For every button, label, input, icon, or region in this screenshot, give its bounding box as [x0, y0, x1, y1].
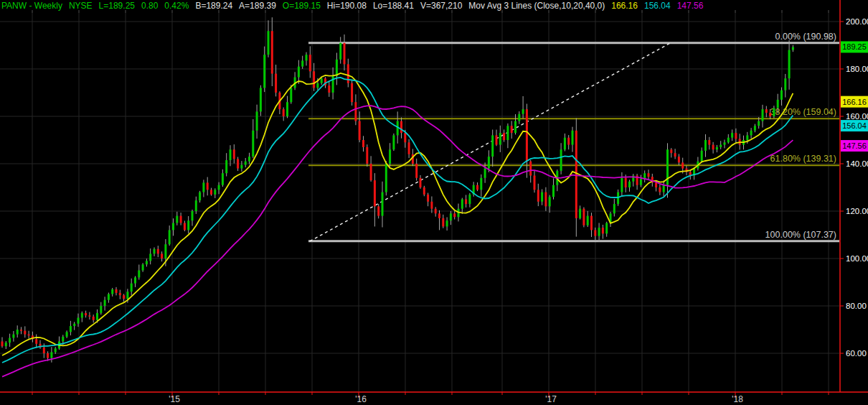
ma10-value: 166.16: [611, 1, 638, 11]
candle-body: [579, 209, 581, 218]
candle-body: [552, 185, 555, 197]
candle-body: [575, 131, 577, 218]
candle-body: [225, 160, 227, 173]
candle-body: [385, 164, 387, 192]
candle-body: [758, 121, 760, 126]
fib-level-label: 100.00% (107.37): [765, 230, 836, 240]
candle-body: [237, 159, 239, 168]
candle-body: [773, 108, 775, 116]
candle-body: [271, 31, 273, 73]
candle-body: [161, 253, 163, 259]
candle-body: [605, 223, 608, 234]
candle-body: [176, 216, 178, 223]
candle-body: [359, 121, 361, 140]
candle-body: [541, 192, 543, 202]
candle-body: [716, 147, 718, 149]
candle-body: [594, 230, 596, 236]
candle-body: [701, 151, 703, 162]
candle-body: [309, 55, 311, 71]
candle-body: [344, 43, 346, 65]
candle-body: [370, 164, 372, 180]
candle-body: [199, 192, 201, 201]
candle-body: [298, 67, 300, 78]
candle-body: [142, 264, 144, 270]
year-label: '18: [732, 394, 743, 404]
candle-body: [769, 113, 771, 116]
candle-body: [567, 138, 570, 145]
candle-body: [131, 284, 133, 292]
candle-body: [81, 313, 83, 318]
candle-body: [108, 294, 110, 300]
price-tag-value: 156.04: [842, 121, 867, 130]
candle-body: [263, 55, 265, 88]
candle-body: [496, 135, 498, 144]
candle-body: [28, 335, 30, 336]
candle-body: [731, 133, 733, 138]
price-tag-value: 189.25: [842, 42, 867, 51]
candle-body: [503, 133, 505, 140]
candle-body: [674, 153, 676, 157]
candle-body: [435, 209, 437, 214]
fib-level-label: 61.80% (139.31): [770, 154, 836, 164]
candle-body: [195, 200, 197, 211]
candle-body: [423, 187, 425, 195]
candle-body: [77, 318, 80, 324]
candle-body: [659, 187, 661, 192]
candle-body: [154, 249, 156, 254]
candle-body: [788, 50, 791, 79]
candle-body: [484, 169, 486, 178]
candle-body: [96, 313, 98, 320]
candle-body: [9, 338, 11, 343]
candle-body: [613, 204, 615, 213]
candle-body: [202, 182, 204, 192]
candle-body: [537, 190, 539, 202]
candle-body: [157, 249, 159, 254]
year-label: '16: [355, 394, 367, 404]
candle-body: [430, 202, 433, 209]
fib-retracement[interactable]: 0.00% (190.98)38.20% (159.04)61.80% (139…: [308, 32, 839, 241]
candle-body: [207, 182, 209, 190]
gridlines: [0, 10, 839, 392]
year-label: '15: [169, 394, 180, 404]
bid-price: B=189.24: [195, 1, 232, 11]
candle-body: [290, 88, 292, 102]
candle-body: [214, 190, 216, 195]
candle-body: [1, 342, 4, 347]
candle-body: [20, 330, 22, 331]
candle-body: [724, 142, 726, 144]
candle-body: [24, 331, 26, 335]
candle-body: [506, 126, 509, 140]
candle-body: [712, 145, 714, 150]
candle-body: [765, 109, 768, 113]
candle-body: [252, 131, 254, 157]
candle-body: [628, 182, 631, 187]
price-tag-value: 166.16: [842, 98, 867, 106]
candle-body: [587, 216, 589, 225]
candle-body: [50, 352, 52, 358]
candle-body: [735, 133, 737, 139]
candle-body: [66, 332, 68, 337]
candle-body: [598, 228, 600, 236]
candle-body: [321, 78, 323, 83]
ask-price: A=189.39: [239, 1, 276, 11]
candle-body: [16, 330, 19, 335]
candle-body: [88, 315, 90, 317]
year-label: '17: [545, 394, 557, 404]
candle-body: [283, 109, 285, 116]
candle-body: [210, 190, 212, 195]
candle-body: [12, 335, 14, 338]
candle-body: [488, 157, 490, 169]
price-chart-canvas[interactable]: 0.00% (190.98)38.20% (159.04)61.80% (139…: [0, 0, 868, 405]
candle-body: [511, 126, 513, 133]
fib-level-label: 38.20% (159.04): [770, 107, 836, 117]
candle-body: [268, 31, 270, 55]
axes: '15'16'17'18200.00180.00160.00140.00120.…: [0, 0, 868, 404]
candle-body: [408, 142, 410, 154]
exchange-label: NYSE: [69, 1, 93, 11]
candle-body: [286, 102, 288, 116]
candle-body: [366, 147, 368, 164]
low-price: Lo=188.41: [373, 1, 414, 11]
price-axis-label: 180.00: [846, 65, 868, 73]
candle-body: [62, 337, 64, 342]
candle-body: [187, 220, 189, 230]
